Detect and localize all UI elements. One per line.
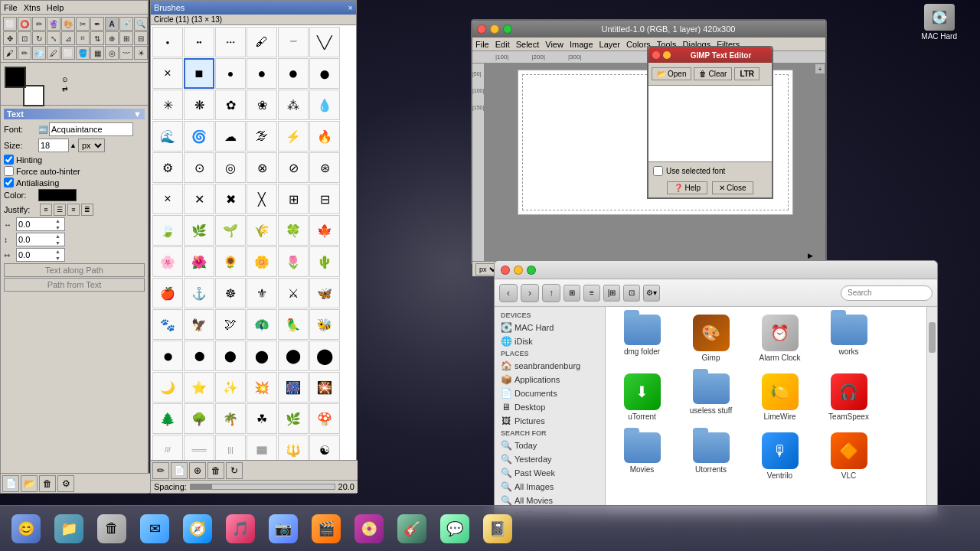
tool-rectangle-select[interactable]: ⬜	[3, 17, 17, 31]
tool-blur-sharpen[interactable]: ◎	[105, 46, 119, 60]
brush-item[interactable]: 🍄	[309, 403, 340, 434]
tool-heal[interactable]: ⊞	[119, 31, 133, 45]
justify-left-btn[interactable]: ≡	[40, 204, 52, 216]
corner-expand-icon[interactable]: +	[815, 64, 825, 74]
menu-xtns[interactable]: Xtns	[24, 3, 41, 12]
tool-perspective[interactable]: ⌗	[76, 31, 90, 45]
line-spacing-up[interactable]: ▲	[55, 233, 64, 240]
te-help-btn[interactable]: ❓ Help	[667, 181, 707, 194]
finder-item-ventrilo[interactable]: 🎙 Ventrilo	[751, 432, 808, 480]
size-up-icon[interactable]: ▲	[70, 142, 77, 149]
background-color[interactable]	[23, 85, 44, 106]
brush-item[interactable]: 🌷	[278, 246, 309, 277]
tool-shear[interactable]: ⊿	[61, 31, 75, 45]
finder-view-icon-btn[interactable]: ⊞	[564, 285, 580, 302]
foreground-color[interactable]	[5, 67, 26, 88]
tool-smudge[interactable]: 〰	[119, 46, 133, 60]
brush-item[interactable]: 🌻	[215, 246, 246, 277]
brush-item[interactable]: ☘	[247, 403, 277, 434]
finder-item-teamspeex[interactable]: 🎧 TeamSpeex	[820, 373, 877, 421]
brush-item[interactable]: ⊛	[309, 152, 340, 183]
brush-item[interactable]: 🦅	[184, 309, 214, 340]
sidebar-item-idisk[interactable]: 🌐 iDisk	[495, 334, 605, 348]
brush-item[interactable]: ✳	[152, 90, 183, 120]
sidebar-item-pictures[interactable]: 🖼 Pictures	[495, 414, 605, 428]
brush-item[interactable]: ⬤	[215, 341, 246, 371]
reset-colors-icon[interactable]: ⊙	[62, 76, 68, 83]
te-text-area[interactable]	[648, 86, 772, 162]
brush-item[interactable]: 🌫	[247, 121, 277, 152]
brush-item[interactable]: 🐾	[152, 309, 183, 340]
finder-view-column-btn[interactable]: |⊞	[603, 285, 620, 302]
line-spacing-down[interactable]: ▼	[55, 240, 64, 246]
brush-item-selected[interactable]: ■	[184, 58, 214, 89]
brush-item[interactable]: 🍁	[309, 215, 340, 246]
te-min-btn[interactable]	[663, 51, 671, 59]
brush-item[interactable]: 🌀	[184, 121, 214, 152]
brush-item[interactable]: ✿	[215, 90, 246, 120]
brush-item[interactable]: 💧	[309, 90, 340, 120]
tool-pencil[interactable]: ✏	[18, 46, 31, 60]
font-input[interactable]	[49, 122, 133, 136]
finder-item-movies[interactable]: Movies	[613, 432, 671, 480]
brushes-close-btn[interactable]: ×	[348, 3, 353, 12]
brush-item[interactable]: ⁂	[278, 90, 309, 120]
sidebar-item-today[interactable]: 🔍 Today	[495, 439, 605, 452]
brush-item[interactable]: 🍀	[278, 215, 309, 246]
antialiasing-checkbox[interactable]	[4, 178, 14, 187]
brush-edit-btn[interactable]: ✏	[152, 462, 169, 479]
brush-item[interactable]: ╲╱	[309, 27, 340, 57]
tool-blend[interactable]: ▦	[90, 46, 104, 60]
finder-scrollbar-thumb[interactable]	[929, 322, 936, 353]
brush-item[interactable]: 🌸	[152, 246, 183, 277]
spacing-slider[interactable]	[190, 484, 335, 490]
brush-item[interactable]: ●●	[184, 27, 214, 57]
brush-item[interactable]: ×	[152, 184, 183, 214]
finder-item-utorrent[interactable]: ⬇ uTorrent	[613, 373, 671, 421]
taskbar-icon-folder[interactable]: 📁	[51, 510, 87, 547]
tool-ellipse-select[interactable]: ⭕	[18, 17, 31, 31]
finder-item-gimp[interactable]: 🎨 Gimp	[682, 315, 740, 362]
brush-item[interactable]: ☁	[215, 121, 246, 152]
tool-paths[interactable]: ✒	[90, 17, 104, 31]
finder-search-input[interactable]	[841, 285, 933, 301]
gimp-menu-layer[interactable]: Layer	[599, 40, 621, 49]
brush-item[interactable]: 🍃	[152, 215, 183, 246]
brush-item[interactable]: ✦✦✦	[215, 27, 246, 57]
sidebar-item-documents[interactable]: 📄 Documents	[495, 386, 605, 400]
brush-new-btn[interactable]: 📄	[171, 462, 188, 479]
tool-select-by-color[interactable]: 🎨	[61, 17, 75, 31]
taskbar-icon-iphoto[interactable]: 📷	[265, 510, 302, 547]
brush-item[interactable]: ●	[309, 58, 340, 89]
letter-spacing-input[interactable]	[17, 249, 55, 261]
indent-down[interactable]: ▼	[55, 224, 64, 231]
brush-item[interactable]: ✕	[184, 184, 214, 214]
text-color-swatch[interactable]	[38, 189, 77, 201]
tool-paintbrush[interactable]: 🖌	[3, 46, 17, 60]
te-ltr-btn[interactable]: LTR	[734, 67, 760, 80]
brush-refresh-btn[interactable]: ↻	[226, 462, 243, 479]
brush-item[interactable]: 🌊	[152, 121, 183, 152]
brush-item[interactable]: ×	[152, 58, 183, 89]
gimp-menu-file[interactable]: File	[475, 40, 489, 49]
gimp-min-btn[interactable]	[490, 24, 499, 34]
brush-item[interactable]: ⬤	[152, 341, 183, 371]
brush-item[interactable]: 🐝	[309, 309, 340, 340]
brush-item[interactable]: ⊙	[184, 152, 214, 183]
justify-fill-btn[interactable]: ≣	[81, 204, 93, 216]
tool-zoom[interactable]: 🔍	[134, 17, 148, 31]
sidebar-item-all-images[interactable]: 🔍 All Images	[495, 480, 605, 494]
taskbar-icon-itunes[interactable]: 🎵	[222, 510, 259, 547]
finder-item-works[interactable]: works	[820, 315, 877, 362]
brush-item[interactable]: ⊗	[247, 152, 277, 183]
tool-text[interactable]: A	[105, 17, 119, 31]
finder-item-dmg-folder[interactable]: dmg folder	[613, 315, 671, 362]
scroll-right-icon[interactable]: ▶	[808, 252, 813, 259]
finder-forward-btn[interactable]: ›	[521, 284, 539, 302]
brush-item[interactable]: ⭐	[184, 372, 214, 403]
brush-item[interactable]: ⚜	[247, 278, 277, 308]
brush-item[interactable]: ⊘	[278, 152, 309, 183]
brush-item[interactable]: ⚓	[184, 278, 214, 308]
brush-item[interactable]: 🌲	[152, 403, 183, 434]
prefs-btn[interactable]: ⚙	[57, 475, 74, 492]
